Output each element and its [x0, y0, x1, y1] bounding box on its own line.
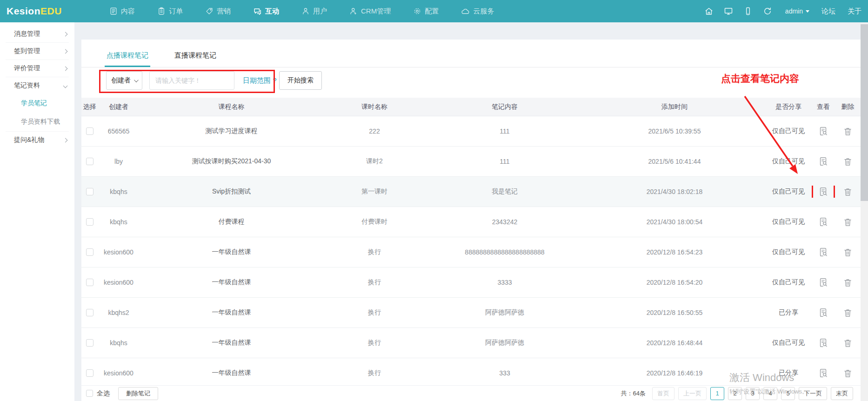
scrollbar-thumb[interactable] — [861, 24, 868, 201]
lesson-name-cell: 换行 — [323, 248, 426, 256]
keyword-input[interactable] — [149, 71, 234, 90]
sidebar-item-label: 签到管理 — [14, 47, 40, 55]
creator-cell: 656565 — [98, 127, 140, 135]
delete-note-button[interactable] — [842, 246, 854, 258]
crm-icon — [349, 7, 358, 15]
interaction-icon — [253, 7, 262, 16]
user-icon — [301, 7, 310, 15]
delete-notes-button[interactable]: 删除笔记 — [118, 387, 158, 400]
row-checkbox[interactable] — [86, 188, 93, 195]
view-note-button[interactable] — [817, 216, 829, 228]
note-content-cell: 阿萨德阿萨德 — [426, 339, 584, 347]
lesson-name-cell: 换行 — [323, 308, 426, 317]
cloud-icon — [461, 7, 470, 16]
pagination-button[interactable]: 2 — [728, 387, 742, 400]
view-note-button[interactable] — [817, 186, 829, 198]
table-body: 656565 测试学习进度课程 222 111 2021/6/5 10:39:5… — [81, 116, 861, 388]
sidebar-item-message-mgmt[interactable]: 消息管理 — [0, 26, 74, 42]
nav-item-content[interactable]: 内容 — [109, 7, 135, 16]
view-note-button[interactable] — [817, 307, 829, 319]
chevron-down-icon — [134, 78, 139, 82]
trash-icon — [843, 368, 853, 378]
pagination-button[interactable]: 4 — [763, 387, 777, 400]
delete-note-button[interactable] — [842, 307, 854, 319]
delete-note-button[interactable] — [842, 367, 854, 379]
delete-note-button[interactable] — [842, 337, 854, 349]
sidebar-item-review-mgmt[interactable]: 评价管理 — [0, 60, 74, 77]
file-search-icon — [818, 126, 828, 136]
tab-live-course-notes[interactable]: 直播课程笔记 — [173, 51, 218, 67]
tab-vod-course-notes[interactable]: 点播课程笔记 — [105, 51, 150, 67]
footer-bar: 全选 删除笔记 共：64条 首页上一页12345下一页末页 — [81, 385, 861, 401]
delete-note-button[interactable] — [842, 125, 854, 137]
nav-item-crm[interactable]: CRM管理 — [349, 7, 391, 16]
trash-icon — [843, 308, 853, 318]
pagination-button[interactable]: 1 — [710, 387, 724, 400]
view-note-button[interactable] — [817, 367, 829, 379]
pagination-buttons: 首页上一页12345下一页末页 — [652, 387, 853, 400]
view-note-button[interactable] — [817, 125, 829, 137]
pagination-button[interactable]: 末页 — [831, 387, 853, 400]
pagination-button[interactable]: 5 — [781, 387, 795, 400]
row-checkbox[interactable] — [86, 248, 93, 256]
filter-selected-value: 创建者 — [111, 76, 131, 85]
sidebar-subitem-student-notes[interactable]: 学员笔记 — [0, 94, 74, 113]
nav-item-users[interactable]: 用户 — [301, 7, 327, 16]
view-note-button[interactable] — [817, 337, 829, 349]
row-checkbox[interactable] — [86, 309, 93, 316]
delete-note-button[interactable] — [842, 186, 854, 198]
pagination-button[interactable]: 上一页 — [678, 387, 707, 400]
row-checkbox[interactable] — [86, 127, 93, 135]
lesson-name-cell: 换行 — [323, 339, 426, 347]
lesson-name-cell: 换行 — [323, 369, 426, 377]
row-checkbox[interactable] — [86, 369, 93, 377]
notes-table: 选择 创建者 课程名称 课时名称 笔记内容 添加时间 是否分享 查看 删除 65… — [81, 98, 861, 388]
delete-note-button[interactable] — [842, 155, 854, 167]
note-content-cell: 阿萨德阿萨德 — [426, 308, 584, 317]
monitor-icon[interactable] — [724, 7, 733, 16]
start-search-button[interactable]: 开始搜索 — [279, 71, 322, 90]
delete-note-button[interactable] — [842, 276, 854, 288]
note-content-cell: 2343242 — [426, 218, 584, 226]
header-creator: 创建者 — [98, 103, 140, 111]
nav-item-interaction[interactable]: 互动 — [253, 7, 279, 16]
sidebar-subitem-student-downloads[interactable]: 学员资料下载 — [0, 113, 74, 131]
nav-item-config[interactable]: 配置 — [413, 7, 439, 16]
share-status-cell: 仅自己可见 — [765, 157, 812, 166]
delete-note-button[interactable] — [842, 216, 854, 228]
refresh-icon[interactable] — [763, 7, 772, 16]
header-lesson-name: 课时名称 — [323, 103, 426, 111]
sidebar-item-notes-data[interactable]: 笔记资料 — [0, 77, 74, 94]
mobile-icon[interactable] — [743, 7, 753, 16]
row-checkbox[interactable] — [86, 158, 93, 165]
sidebar-item-label: 提问&礼物 — [14, 136, 44, 144]
pagination-button[interactable]: 首页 — [652, 387, 674, 400]
tab-bar: 点播课程笔记 直播课程笔记 — [81, 40, 861, 67]
row-checkbox[interactable] — [86, 339, 93, 347]
home-icon[interactable] — [704, 7, 714, 16]
nav-item-orders[interactable]: 订单 — [157, 7, 183, 16]
date-range-link[interactable]: 日期范围 ? — [243, 71, 277, 90]
nav-item-marketing[interactable]: 营销 — [205, 7, 231, 16]
view-note-button[interactable] — [817, 246, 829, 258]
forum-link[interactable]: 论坛 — [821, 7, 835, 16]
select-all-checkbox[interactable] — [86, 390, 93, 397]
add-time-cell: 2020/12/8 16:54:23 — [584, 248, 765, 256]
nav-item-cloud[interactable]: 云服务 — [461, 7, 494, 16]
pagination-button[interactable]: 3 — [746, 387, 760, 400]
sidebar-item-checkin-mgmt[interactable]: 签到管理 — [0, 43, 74, 60]
admin-menu[interactable]: admin — [785, 7, 809, 15]
chevron-down-icon — [806, 10, 809, 13]
note-content-cell: 8888888888888888888888 — [426, 248, 584, 256]
pagination-button[interactable]: 下一页 — [799, 387, 827, 400]
about-link[interactable]: 关于 — [848, 7, 861, 16]
trash-icon — [843, 157, 853, 167]
creator-filter-select[interactable]: 创建者 — [106, 71, 142, 90]
note-content-cell: 3333 — [426, 279, 584, 286]
vertical-scrollbar[interactable] — [861, 22, 868, 401]
view-note-button[interactable] — [817, 155, 829, 167]
row-checkbox[interactable] — [86, 218, 93, 226]
view-note-button[interactable] — [817, 276, 829, 288]
row-checkbox[interactable] — [86, 279, 93, 286]
sidebar-item-qa-gifts[interactable]: 提问&礼物 — [0, 132, 74, 148]
